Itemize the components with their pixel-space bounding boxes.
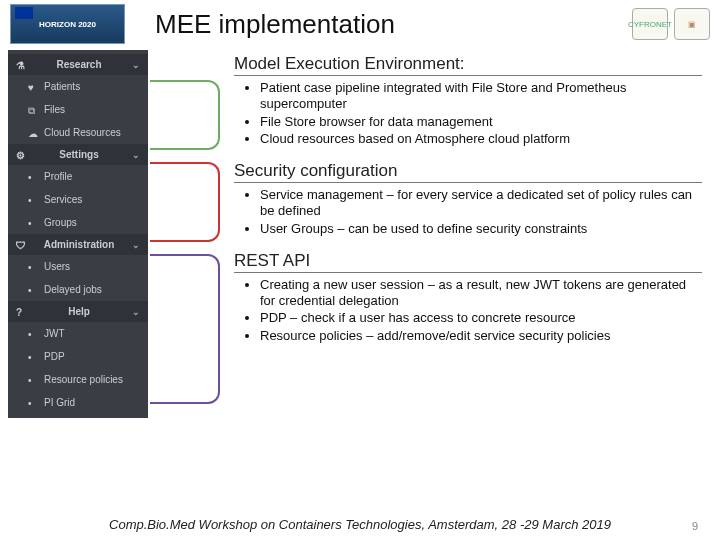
sidebar-label: Administration	[44, 239, 115, 250]
bracket-purple	[150, 254, 220, 404]
dot-icon: •	[28, 375, 38, 385]
bullet-list: Creating a new user session – as a resul…	[260, 277, 702, 344]
sidebar-item[interactable]: •Groups	[8, 211, 148, 234]
bullet-list: Service management – for every service a…	[260, 187, 702, 237]
shield-icon: 🛡	[16, 240, 26, 250]
dot-icon: •	[28, 262, 38, 272]
dot-icon: •	[28, 352, 38, 362]
sidebar-label: Services	[44, 194, 82, 205]
heart-icon: ♥	[28, 82, 38, 92]
gear-icon: ⚙	[16, 150, 26, 160]
bullet-item: File Store browser for data management	[260, 114, 702, 130]
chevron-down-icon: ⌄	[132, 150, 140, 160]
sidebar-label: JWT	[44, 328, 65, 339]
bracket-red	[150, 162, 220, 242]
logos-right: CYFRONET ▣	[632, 8, 710, 40]
horizon2020-badge: HORIZON 2020	[10, 4, 125, 44]
sidebar-item[interactable]: •PI Grid	[8, 391, 148, 414]
slide-header: HORIZON 2020 MEE implementation CYFRONET…	[0, 0, 720, 44]
sidebar-item[interactable]: •Users	[8, 255, 148, 278]
dot-icon: •	[28, 218, 38, 228]
sidebar-label: Help	[68, 306, 90, 317]
sidebar-item[interactable]: •Resource policies	[8, 368, 148, 391]
chevron-down-icon: ⌄	[132, 240, 140, 250]
sidebar-label: Settings	[59, 149, 98, 160]
sidebar-item[interactable]: ☁Cloud Resources	[8, 121, 148, 144]
sidebar-label: Delayed jobs	[44, 284, 102, 295]
bullet-item: PDP – check if a user has access to conc…	[260, 310, 702, 326]
sidebar-label: Patients	[44, 81, 80, 92]
bullet-item: Creating a new user session – as a resul…	[260, 277, 702, 310]
page-number: 9	[692, 520, 698, 532]
sidebar-section[interactable]: ⚗Research⌄	[8, 54, 148, 75]
bullet-item: Resource policies – add/remove/edit serv…	[260, 328, 702, 344]
sidebar-label: Research	[56, 59, 101, 70]
sidebar-section[interactable]: ⚙Settings⌄	[8, 144, 148, 165]
sidebar-section[interactable]: ?Help⌄	[8, 301, 148, 322]
section-title: Security configuration	[234, 161, 702, 183]
cube-logo: ▣	[674, 8, 710, 40]
sidebar-item[interactable]: ⧉Files	[8, 98, 148, 121]
footer-text: Comp.Bio.Med Workshop on Containers Tech…	[0, 517, 720, 532]
slide-title: MEE implementation	[155, 9, 632, 40]
dot-icon: •	[28, 398, 38, 408]
section-title: REST API	[234, 251, 702, 273]
bullet-list: Patient case pipeline integrated with Fi…	[260, 80, 702, 147]
sidebar: ⚗Research⌄♥Patients⧉Files☁Cloud Resource…	[8, 50, 148, 418]
sidebar-item[interactable]: •Profile	[8, 165, 148, 188]
dot-icon: •	[28, 172, 38, 182]
bracket-column	[148, 50, 228, 418]
cloud-icon: ☁	[28, 128, 38, 138]
section-title: Model Execution Environment:	[234, 54, 702, 76]
bullet-item: Service management – for every service a…	[260, 187, 702, 220]
sidebar-label: Files	[44, 104, 65, 115]
bullet-item: Patient case pipeline integrated with Fi…	[260, 80, 702, 113]
eu-flag-icon	[15, 7, 33, 19]
dot-icon: •	[28, 195, 38, 205]
cyfronet-logo: CYFRONET	[632, 8, 668, 40]
sidebar-label: Resource policies	[44, 374, 123, 385]
badge-text: HORIZON 2020	[39, 20, 96, 29]
copy-icon: ⧉	[28, 105, 38, 115]
bullet-item: User Groups – can be used to define secu…	[260, 221, 702, 237]
help-icon: ?	[16, 307, 26, 317]
main-area: ⚗Research⌄♥Patients⧉Files☁Cloud Resource…	[0, 44, 720, 418]
sidebar-item[interactable]: •Services	[8, 188, 148, 211]
bullet-item: Cloud resources based on Atmosphere clou…	[260, 131, 702, 147]
sidebar-item[interactable]: •JWT	[8, 322, 148, 345]
sidebar-label: PI Grid	[44, 397, 75, 408]
chevron-down-icon: ⌄	[132, 60, 140, 70]
sidebar-item[interactable]: •PDP	[8, 345, 148, 368]
dot-icon: •	[28, 329, 38, 339]
sidebar-section[interactable]: 🛡Administration⌄	[8, 234, 148, 255]
chevron-down-icon: ⌄	[132, 307, 140, 317]
sidebar-item[interactable]: •Delayed jobs	[8, 278, 148, 301]
sidebar-label: Users	[44, 261, 70, 272]
sidebar-label: Groups	[44, 217, 77, 228]
sidebar-label: Cloud Resources	[44, 127, 121, 138]
content-column: Model Execution Environment:Patient case…	[228, 50, 720, 418]
sidebar-label: PDP	[44, 351, 65, 362]
flask-icon: ⚗	[16, 60, 26, 70]
bracket-green	[150, 80, 220, 150]
sidebar-item[interactable]: ♥Patients	[8, 75, 148, 98]
dot-icon: •	[28, 285, 38, 295]
sidebar-label: Profile	[44, 171, 72, 182]
